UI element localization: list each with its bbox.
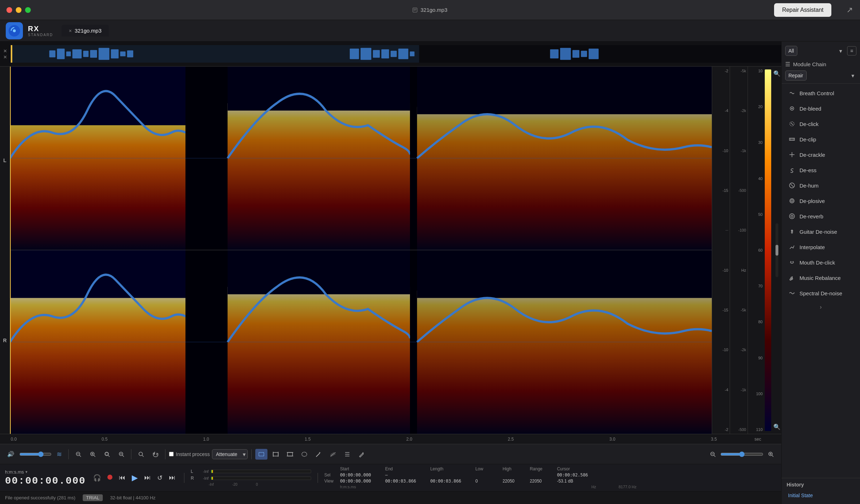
volume-icon-button[interactable]: 🔊 — [4, 449, 17, 460]
harmonics-select-button[interactable] — [327, 449, 339, 460]
record-button[interactable] — [105, 472, 115, 483]
tab-321go[interactable]: × 321go.mp3 — [62, 25, 108, 37]
close-window-button[interactable] — [6, 7, 12, 13]
panel-item-de-crackle[interactable]: De-crackle — [783, 147, 859, 162]
panel-item-interpolate[interactable]: Interpolate — [783, 239, 859, 255]
loop-button[interactable]: ↺ — [155, 472, 165, 483]
panel-item-de-ess[interactable]: De-ess — [783, 163, 859, 178]
sel-start-value: 00:00:00.000 — [340, 472, 380, 478]
panel-item-music-rebalance[interactable]: Music Rebalance — [783, 270, 859, 285]
pencil-button[interactable] — [356, 449, 368, 460]
magic-wand-button[interactable] — [313, 449, 325, 460]
meter-scale-minus20: -20 — [232, 483, 256, 486]
app-brand: RX STANDARD — [28, 25, 53, 37]
de-crackle-label: De-crackle — [799, 152, 825, 158]
sel-low-value — [475, 472, 497, 478]
de-click-icon — [788, 120, 796, 128]
de-click-label: De-click — [799, 121, 818, 127]
svg-line-55 — [94, 455, 95, 457]
svg-rect-29 — [11, 45, 419, 63]
repair-assistant-button[interactable]: Repair Assistant — [774, 3, 831, 17]
panel-item-guitar-de-noise[interactable]: Guitar De-noise — [783, 224, 859, 239]
filter-select[interactable]: All — [785, 46, 797, 56]
svg-rect-39 — [417, 67, 712, 114]
freq-scale-left: -2 -4 -10 -15 ─ -10 -15 -10 -4 -2 — [712, 67, 730, 434]
share-icon-button[interactable]: ↗ — [846, 5, 853, 15]
spectrogram-main[interactable] — [10, 67, 712, 434]
view-length-value: 00:00:03.866 — [430, 479, 470, 484]
zoom-out-freq-button[interactable]: 🔍 — [772, 422, 781, 432]
svg-rect-38 — [417, 107, 712, 250]
panel-item-de-plosive[interactable]: De-plosive — [783, 193, 859, 208]
collapse-overview-btn[interactable]: ✕ — [2, 48, 8, 54]
instant-process-checkbox[interactable] — [169, 452, 174, 456]
loop-play-button[interactable]: ⏭ — [142, 472, 153, 483]
maximize-window-button[interactable] — [25, 7, 31, 13]
time-format-select[interactable]: h:m:s.ms ▾ — [5, 469, 86, 475]
zoom-fit-button[interactable] — [115, 449, 127, 460]
svg-line-84 — [772, 455, 773, 457]
hz-unit: Hz — [591, 485, 613, 489]
module-chain-row[interactable]: ☰ Module Chain — [785, 59, 856, 71]
svg-rect-49 — [417, 250, 712, 298]
v-scrollbar-thumb[interactable] — [776, 245, 778, 256]
minimize-window-button[interactable] — [16, 7, 21, 13]
v-scrollbar-track[interactable] — [776, 223, 778, 277]
panel-item-breath-control[interactable]: Breath Control — [783, 86, 859, 101]
panel-item-mouth-de-click[interactable]: Mouth De-click — [783, 255, 859, 270]
blank-unit — [324, 485, 334, 489]
svg-line-59 — [108, 455, 110, 457]
zoom-in-freq-button[interactable]: 🔍 — [772, 69, 781, 78]
zoom-time-out-button[interactable] — [707, 449, 719, 460]
panel-item-de-click[interactable]: De-click — [783, 116, 859, 131]
zoom-out-button[interactable] — [72, 449, 84, 460]
panel-menu-button[interactable]: ≡ — [847, 46, 856, 55]
goto-end-button[interactable]: ⏭ — [167, 472, 178, 483]
hand-tool-button[interactable] — [149, 449, 161, 460]
waveform-icon: ≋ — [57, 450, 62, 458]
zoom-in-button[interactable] — [87, 449, 99, 460]
mouth-de-click-icon — [788, 258, 796, 266]
sel-row: Sel 00:00:00.000 — 00:00:02.586 — [324, 472, 658, 478]
de-bleed-icon — [788, 105, 796, 112]
panel-expand-button[interactable]: › — [782, 301, 860, 313]
svg-rect-36 — [228, 67, 410, 111]
right-panel-top: All ▾ ≡ ☰ Module Chain Repair ▾ — [782, 42, 860, 84]
panel-item-spectral-de-noise[interactable]: Spectral De-noise — [783, 286, 859, 301]
expand-overview-btn[interactable]: ✕ — [2, 54, 8, 60]
cursor-time-value: 00:00:02.586 — [557, 472, 604, 478]
time-tick-2.0: 2.0 — [406, 437, 412, 442]
zoom-time-in-button[interactable] — [765, 449, 777, 460]
format-info: 32-bit float | 44100 Hz — [110, 495, 155, 500]
center-content: ✕ ✕ — [0, 42, 781, 504]
sel-end-value: — — [385, 472, 425, 478]
zoom-rect-button[interactable] — [101, 449, 113, 460]
select-freq-button[interactable] — [284, 449, 296, 460]
select-time-button[interactable] — [270, 449, 282, 460]
view-low-value: 0 — [475, 479, 497, 484]
tab-close-icon[interactable]: × — [69, 28, 72, 34]
panel-item-de-clip[interactable]: De-clip — [783, 132, 859, 147]
svg-rect-91 — [789, 138, 794, 140]
process-dropdown[interactable]: Attenuate Remove Replace — [212, 449, 248, 459]
volume-slider[interactable] — [19, 451, 52, 457]
play-button[interactable]: ▶ — [130, 472, 140, 484]
time-format-unit: h:m:s.ms — [340, 485, 380, 489]
select-rect-button[interactable] — [255, 449, 267, 460]
history-item-initial-state[interactable]: Initial State — [787, 490, 855, 500]
timecode-display: 00:00:00.000 — [5, 475, 86, 486]
partials-button[interactable] — [341, 449, 353, 460]
history-title: History — [787, 482, 855, 488]
instant-process-label[interactable]: Instant process — [176, 451, 210, 457]
time-zoom-slider[interactable] — [720, 451, 763, 457]
magnify-button[interactable] — [135, 449, 147, 460]
window-title: 321go.mp3 — [412, 7, 447, 13]
panel-item-de-bleed[interactable]: De-bleed — [783, 101, 859, 116]
headphones-button[interactable]: 🎧 — [91, 472, 103, 483]
waveform-mode-button[interactable]: ≋ — [54, 448, 65, 460]
panel-item-de-hum[interactable]: De-hum — [783, 178, 859, 193]
panel-item-de-reverb[interactable]: De-reverb — [783, 209, 859, 224]
prev-button[interactable]: ⏮ — [117, 472, 127, 483]
lasso-button[interactable] — [298, 449, 310, 460]
repair-select[interactable]: Repair — [785, 71, 807, 81]
